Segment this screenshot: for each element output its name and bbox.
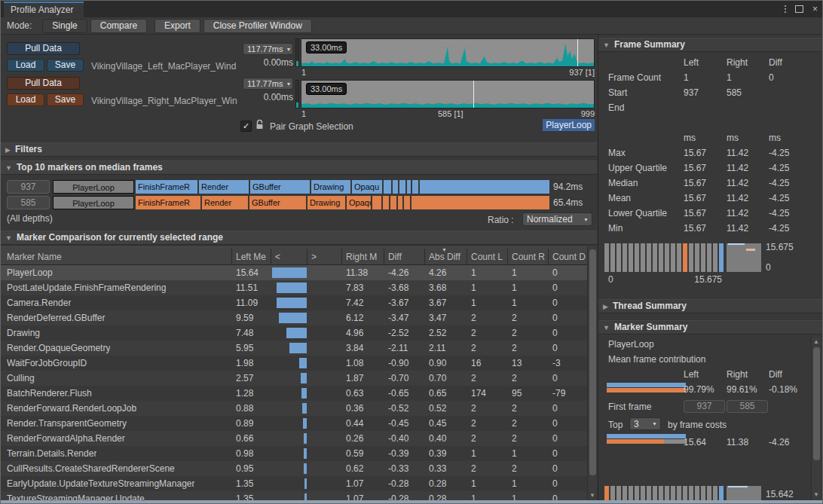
column-divider[interactable]: [548, 249, 549, 264]
maximize-icon[interactable]: [795, 5, 803, 13]
marker-segment[interactable]: [372, 196, 381, 209]
load-left-button[interactable]: Load: [7, 59, 44, 72]
pull-data-right-button[interactable]: Pull Data: [7, 77, 80, 90]
table-row[interactable]: Drawing7.484.96-2.522.52220: [1, 325, 587, 341]
col-diff[interactable]: Diff: [388, 252, 402, 262]
frame-graph-left[interactable]: 33.00ms: [301, 38, 595, 67]
horizontal-scrollbar[interactable]: [1, 500, 823, 504]
pair-graph-checkbox[interactable]: ✓: [240, 121, 252, 132]
filters-header[interactable]: ▶Filters: [1, 142, 597, 157]
left-graph-vslider[interactable]: [295, 38, 299, 67]
unlock-icon[interactable]: [255, 119, 265, 130]
frame-graph-right[interactable]: 33.00ms: [301, 80, 595, 108]
export-button[interactable]: Export: [155, 19, 200, 33]
frame-number-button[interactable]: 585: [7, 196, 50, 209]
marker-segment[interactable]: [399, 180, 405, 194]
table-row[interactable]: TextureStreamingManager.Update1.351.07-0…: [1, 491, 587, 500]
column-divider[interactable]: [424, 249, 425, 264]
marker-segment[interactable]: [393, 180, 398, 194]
col-right-median[interactable]: Right M: [346, 252, 377, 262]
marker-segment[interactable]: [398, 196, 402, 209]
col-abs-diff[interactable]: Abs Diff: [429, 252, 460, 262]
col-count-right[interactable]: Count R: [512, 252, 545, 262]
table-row[interactable]: Render.TransparentGeometry0.890.44-0.450…: [1, 416, 587, 431]
top-n-dropdown[interactable]: 3 ▼: [629, 417, 661, 430]
right-pane-scrollbar[interactable]: ▲ ▼: [811, 337, 821, 499]
marker-comparison-header[interactable]: ▼Marker Comparison for currently selecte…: [1, 231, 597, 245]
marker-segment[interactable]: [412, 196, 549, 209]
col-left-median[interactable]: Left Me: [236, 252, 266, 262]
marker-segment[interactable]: Opaqu: [347, 196, 371, 209]
scroll-up-icon[interactable]: ▲: [812, 338, 821, 345]
marker-segment[interactable]: [404, 196, 410, 209]
window-tab[interactable]: Profile Analyzer: [4, 2, 84, 17]
scroll-down-icon[interactable]: ▼: [588, 492, 597, 499]
table-row[interactable]: BatchRenderer.Flush1.280.63-0.650.651749…: [1, 386, 587, 401]
table-row[interactable]: EarlyUpdate.UpdateTextureStreamingManage…: [1, 476, 587, 491]
table-row[interactable]: RenderDeferred.GBuffer9.596.12-3.473.472…: [1, 310, 587, 325]
marker-segment[interactable]: [407, 180, 411, 194]
marker-segment[interactable]: PlayerLoop: [53, 196, 134, 209]
kebab-menu-icon[interactable]: [785, 5, 786, 13]
right-range-dropdown[interactable]: 117.77ms ▼: [243, 78, 293, 90]
column-divider[interactable]: [307, 249, 307, 264]
right-graph-vslider[interactable]: [295, 80, 299, 108]
marker-segment[interactable]: [420, 180, 549, 194]
column-divider[interactable]: [341, 249, 342, 264]
table-row[interactable]: RenderForwardAlpha.Render0.660.26-0.400.…: [1, 431, 587, 446]
table-row[interactable]: Terrain.Details.Render0.980.59-0.390.391…: [1, 446, 587, 461]
table-row[interactable]: PostLateUpdate.FinishFrameRendering11.51…: [1, 280, 587, 295]
left-range-dropdown[interactable]: 117.77ms ▼: [243, 43, 293, 55]
thread-summary-header[interactable]: ▶Thread Summary: [598, 299, 823, 313]
marker-summary-header[interactable]: ▼Marker Summary: [598, 320, 823, 334]
marker-segment[interactable]: FinishFrameR: [136, 196, 200, 209]
col-count-diff[interactable]: Count D: [552, 252, 586, 262]
table-row[interactable]: Culling2.571.87-0.700.70220: [1, 371, 587, 386]
marker-segment[interactable]: FinishFrameR: [136, 180, 197, 194]
col-count-left[interactable]: Count L: [471, 252, 503, 262]
close-profiler-button[interactable]: Close Profiler Window: [203, 19, 312, 33]
marker-segment[interactable]: [390, 196, 396, 209]
marker-segment[interactable]: PlayerLoop: [53, 180, 134, 194]
marker-segment[interactable]: Drawing: [307, 196, 345, 209]
marker-segment[interactable]: GBuffer: [250, 180, 310, 194]
col-marker-name[interactable]: Marker Name: [7, 252, 62, 262]
column-divider[interactable]: [271, 249, 271, 264]
marker-segment[interactable]: [383, 196, 389, 209]
scroll-down-icon[interactable]: ▼: [812, 491, 821, 498]
marker-segment[interactable]: Render: [202, 196, 248, 209]
mode-single-button[interactable]: Single: [42, 19, 87, 33]
table-scrollbar[interactable]: ▼: [587, 246, 597, 500]
close-icon[interactable]: ×: [812, 5, 818, 14]
col-gt[interactable]: >: [311, 252, 317, 262]
marker-segment[interactable]: [412, 180, 418, 194]
load-right-button[interactable]: Load: [7, 93, 44, 106]
table-row[interactable]: RenderForward.RenderLoopJob0.880.36-0.52…: [1, 401, 587, 416]
frame-summary-header[interactable]: ▼Frame Summary: [598, 38, 823, 52]
save-left-button[interactable]: Save: [47, 59, 84, 72]
column-divider[interactable]: [467, 249, 467, 264]
table-row[interactable]: WaitForJobGroupID1.981.08-0.900.901613-3: [1, 356, 587, 371]
table-scrollbar-thumb[interactable]: [589, 249, 596, 475]
table-row[interactable]: PlayerLoop15.6411.38-4.264.26110: [1, 265, 587, 280]
col-lt[interactable]: <: [275, 252, 280, 262]
marker-segment[interactable]: GBuffer: [249, 196, 306, 209]
mode-compare-button[interactable]: Compare: [90, 19, 147, 33]
column-divider[interactable]: [384, 249, 384, 264]
table-row[interactable]: Render.OpaqueGeometry5.953.84-2.112.1122…: [1, 341, 587, 356]
pull-data-left-button[interactable]: Pull Data: [7, 42, 80, 55]
top10-header[interactable]: ▼Top 10 markers on median frames: [1, 160, 597, 175]
marker-segment[interactable]: Opaqu: [352, 180, 382, 194]
save-right-button[interactable]: Save: [47, 93, 84, 106]
right-scrollbar-thumb[interactable]: [813, 347, 820, 460]
first-frame-right-button[interactable]: 585: [727, 400, 768, 413]
marker-segment[interactable]: Render: [199, 180, 249, 194]
table-row[interactable]: CullResults.CreateSharedRendererScene0.9…: [1, 461, 587, 476]
ratio-dropdown[interactable]: Normalized ▼: [522, 212, 592, 226]
column-divider[interactable]: [231, 249, 232, 264]
marker-segment[interactable]: [384, 180, 391, 194]
marker-segment[interactable]: Drawing: [311, 180, 350, 194]
frame-number-button[interactable]: 937: [7, 180, 50, 194]
column-divider[interactable]: [507, 249, 508, 264]
table-row[interactable]: Camera.Render11.097.42-3.673.67110: [1, 295, 587, 310]
